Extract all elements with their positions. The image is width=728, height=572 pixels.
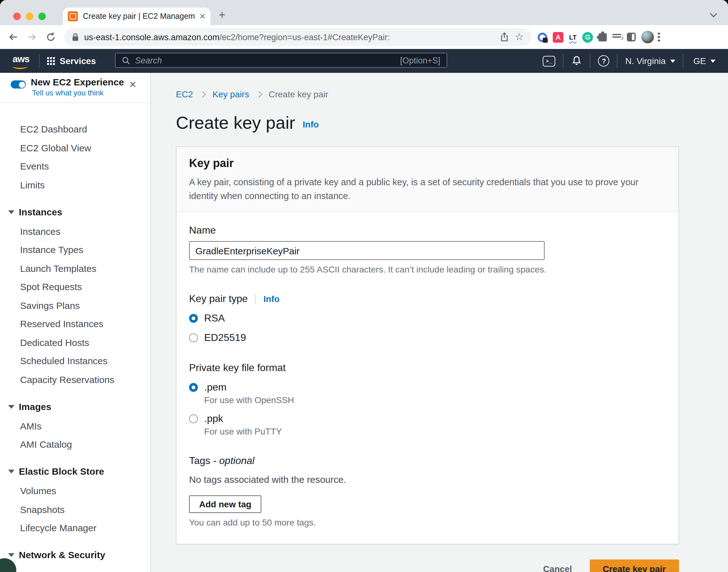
card-header: Key pair A key pair, consisting of a pri… [177,147,678,212]
radio-unselected-icon[interactable] [189,414,198,423]
cloudshell-icon[interactable]: >_ [543,56,555,66]
new-experience-toggle[interactable] [11,80,26,88]
tags-help: You can add up to 50 more tags. [189,517,666,527]
ppk-sublabel: For use with PuTTY [204,426,666,436]
tab-close-icon[interactable]: × [199,11,205,21]
sidebar-item-instance-types[interactable]: Instance Types [0,243,150,256]
sidebar-item-limits[interactable]: Limits [0,178,150,191]
title-info-link[interactable]: Info [303,119,319,129]
help-icon[interactable]: ? [598,55,610,67]
breadcrumb-ec2[interactable]: EC2 [176,89,193,99]
url-bar[interactable]: us-east-1.console.aws.amazon.com/ec2/hom… [64,28,531,46]
chevron-right-icon [200,91,206,97]
radio-ppk[interactable]: .ppk [189,413,666,424]
name-help: The name can include up to 255 ASCII cha… [189,264,666,274]
sidebar-item-lifecycle-manager[interactable]: Lifecycle Manager [0,522,150,534]
sidebar-section-images[interactable]: Images [0,400,150,413]
browser-window: Create key pair | EC2 Managem × + us-eas… [0,0,728,572]
divider [255,293,256,304]
sidebar-item-volumes[interactable]: Volumes [0,485,150,497]
radio-selected-icon[interactable] [189,314,198,323]
breadcrumb-key-pairs[interactable]: Key pairs [212,89,249,99]
region-selector[interactable]: N. Virginia [625,56,666,66]
browser-menu-dots-icon[interactable] [658,32,660,35]
sidebar-item-snapshots[interactable]: Snapshots [0,503,150,516]
radio-rsa[interactable]: RSA [189,313,666,324]
search-shortcut: [Option+S] [400,56,440,65]
add-new-tag-button[interactable]: Add new tag [189,495,261,513]
card-body: Name The name can include up to 255 ASCI… [177,212,678,544]
browser-tab[interactable]: Create key pair | EC2 Managem × [63,7,210,25]
share-icon[interactable] [500,32,509,42]
radio-pem[interactable]: .pem [189,382,666,393]
sidebar-section-network-security[interactable]: Network & Security [0,549,150,561]
sidebar-item-scheduled-instances[interactable]: Scheduled Instances [0,355,150,367]
cancel-button[interactable]: Cancel [543,564,572,572]
key-pair-card: Key pair A key pair, consisting of a pri… [176,146,679,545]
sidebar-item-ami-catalog[interactable]: AMI Catalog [0,438,150,451]
back-icon[interactable] [7,31,19,43]
sidebar-item-instances[interactable]: Instances [0,225,150,238]
sidebar-item-ec2-dashboard[interactable]: EC2 Dashboard [0,123,150,136]
create-key-pair-button[interactable]: Create key pair [590,560,679,572]
forward-icon[interactable] [26,31,38,43]
browser-toolbar: us-east-1.console.aws.amazon.com/ec2/hom… [0,25,728,49]
playlist-extension-icon[interactable] [612,34,621,35]
radio-ed25519[interactable]: ED25519 [189,332,666,344]
traffic-light-minimize[interactable] [26,12,33,20]
name-input[interactable] [189,241,545,260]
onepassword-extension-icon[interactable] [538,32,547,42]
tab-search-chevron-icon[interactable] [710,10,717,17]
sidepanel-extension-icon[interactable] [627,32,636,42]
profile-avatar[interactable] [641,31,654,43]
a-extension-icon[interactable]: A [553,32,564,43]
sidebar-section-ebs[interactable]: Elastic Block Store [0,465,150,478]
sidebar-item-capacity-reservations[interactable]: Capacity Reservations [0,373,150,386]
sidebar-item-dedicated-hosts[interactable]: Dedicated Hosts [0,336,150,349]
reload-icon[interactable] [45,31,57,43]
url-text: us-east-1.console.aws.amazon.com/ec2/hom… [84,32,494,42]
search-placeholder: Search [135,56,400,65]
format-label: Private key file format [189,362,666,374]
services-menu[interactable]: Services [60,56,96,66]
triangle-down-icon [8,470,14,474]
sidebar-item-launch-templates[interactable]: Launch Templates [0,262,150,275]
sidebar-item-amis[interactable]: AMIs [0,420,150,432]
languagetool-extension-icon[interactable]: LT [569,33,577,41]
extensions-puzzle-icon[interactable] [599,33,607,41]
traffic-light-zoom[interactable] [38,12,46,20]
radio-unselected-icon[interactable] [189,334,198,342]
tab-strip: Create key pair | EC2 Managem × + [0,0,728,25]
notifications-bell-icon[interactable] [571,55,583,67]
lock-icon[interactable] [72,32,79,42]
sidebar-item-ec2-global-view[interactable]: EC2 Global View [0,142,150,154]
new-tab-button[interactable]: + [218,8,225,22]
traffic-light-close[interactable] [13,12,21,20]
tags-label: Tags - optional [189,455,666,467]
sidebar-section-instances[interactable]: Instances [0,206,150,218]
feedback-link[interactable]: Tell us what you think [32,88,104,97]
ec2-favicon-icon [68,11,78,21]
grammarly-extension-icon[interactable]: G [582,32,593,43]
tab-title: Create key pair | EC2 Managem [83,12,196,21]
radio-selected-icon[interactable] [189,383,198,392]
chevron-right-icon [256,91,262,97]
key-pair-type-label: Key pair type [189,293,248,304]
sidebar-item-events[interactable]: Events [0,160,150,173]
services-grid-icon[interactable] [47,57,55,65]
chevron-down-icon [670,59,675,63]
aws-logo[interactable]: aws [12,53,31,69]
sidebar-item-spot-requests[interactable]: Spot Requests [0,281,150,293]
sidebar-item-savings-plans[interactable]: Savings Plans [0,299,150,312]
triangle-down-icon [8,405,14,409]
sidebar-item-reserved-instances[interactable]: Reserved Instances [0,318,150,330]
key-pair-type-info-link[interactable]: Info [264,294,279,304]
console-search-input[interactable]: Search [Option+S] [115,53,447,68]
new-experience-title: New EC2 Experience [31,77,124,87]
breadcrumb-current: Create key pair [269,89,328,99]
bookmark-star-icon[interactable]: ☆ [515,32,524,42]
account-menu[interactable]: GE [693,56,706,66]
close-icon[interactable]: × [129,78,136,90]
pem-sublabel: For use with OpenSSH [204,395,666,405]
name-label: Name [189,225,666,236]
